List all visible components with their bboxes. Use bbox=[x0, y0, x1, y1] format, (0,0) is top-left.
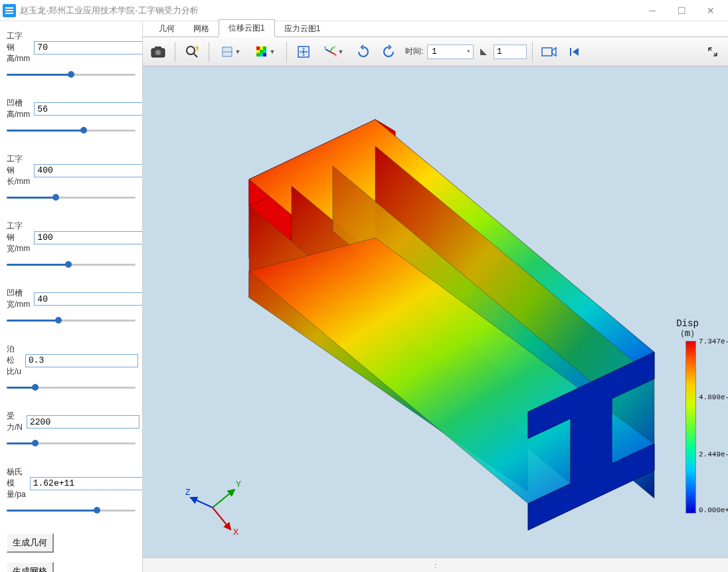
view-tabs: 几何 网格 位移云图1 应力云图1 bbox=[143, 21, 728, 37]
colormap-dropdown[interactable]: ▼ bbox=[249, 41, 281, 63]
color-legend: Disp（m） 7.347e-05 4.898e-05 2.449e-05 0.… bbox=[658, 319, 717, 514]
param-label: 工字钢长/mm bbox=[7, 153, 30, 187]
param-input-force[interactable] bbox=[27, 415, 139, 429]
svg-rect-10 bbox=[256, 50, 260, 53]
window-title: 赵玉龙-郑州工业应用技术学院-工字钢受力分析 bbox=[20, 5, 638, 17]
param-input-youngs[interactable] bbox=[30, 477, 143, 490]
time-label: 时间: bbox=[405, 46, 423, 57]
svg-text:z: z bbox=[324, 45, 326, 49]
param-label: 凹槽高/mm bbox=[7, 98, 30, 120]
param-input-groove-width[interactable] bbox=[34, 292, 147, 306]
svg-text:Z: Z bbox=[185, 488, 190, 497]
param-label: 工字钢高/mm bbox=[7, 31, 30, 64]
app-icon bbox=[3, 4, 16, 17]
param-slider-poisson[interactable] bbox=[7, 383, 136, 392]
param-label: 受力/N bbox=[7, 411, 23, 433]
svg-text:x: x bbox=[335, 53, 337, 57]
param-slider-youngs[interactable] bbox=[7, 506, 136, 515]
param-slider-groove-height[interactable] bbox=[7, 126, 136, 135]
svg-rect-9 bbox=[263, 47, 266, 50]
param-force: 受力/N bbox=[7, 411, 136, 448]
fit-view-button[interactable] bbox=[292, 41, 315, 63]
param-input-groove-height[interactable] bbox=[34, 102, 147, 116]
svg-rect-14 bbox=[260, 53, 263, 56]
beam-render bbox=[176, 80, 681, 545]
svg-point-2 bbox=[155, 50, 161, 55]
param-groove-width: 凹槽宽/mm bbox=[7, 288, 136, 325]
param-input-poisson[interactable] bbox=[25, 354, 138, 367]
time-select[interactable]: 1 bbox=[427, 45, 474, 59]
camera-icon[interactable] bbox=[538, 41, 561, 63]
param-poisson: 泊松比/u bbox=[7, 343, 136, 392]
rotate-ccw-button[interactable] bbox=[352, 41, 375, 63]
clip-dropdown[interactable]: ▼ bbox=[215, 41, 246, 63]
param-label: 凹槽宽/mm bbox=[7, 288, 30, 310]
svg-text:X: X bbox=[233, 527, 238, 537]
close-button[interactable]: ✕ bbox=[696, 1, 725, 21]
first-frame-button[interactable] bbox=[563, 41, 586, 63]
svg-point-3 bbox=[187, 47, 195, 54]
frame-end-icon[interactable] bbox=[476, 41, 491, 63]
param-width: 工字钢宽/mm bbox=[7, 221, 136, 269]
param-input-length[interactable] bbox=[34, 164, 147, 177]
svg-rect-24 bbox=[570, 48, 571, 56]
svg-rect-1 bbox=[155, 47, 161, 49]
viewer-toolbar: ▼ ▼ xyz▼ 时间: 1 bbox=[143, 37, 728, 66]
param-slider-force[interactable] bbox=[7, 438, 136, 448]
param-label: 泊松比/u bbox=[7, 343, 21, 377]
param-input-height[interactable] bbox=[34, 41, 147, 54]
param-slider-groove-width[interactable] bbox=[7, 316, 136, 325]
param-label: 杨氏模量/pa bbox=[7, 466, 26, 500]
svg-line-44 bbox=[191, 498, 213, 508]
param-slider-width[interactable] bbox=[7, 260, 136, 269]
svg-rect-12 bbox=[263, 50, 266, 53]
svg-rect-8 bbox=[260, 47, 263, 50]
param-slider-height[interactable] bbox=[7, 70, 136, 79]
tab-displacement[interactable]: 位移云图1 bbox=[219, 19, 275, 37]
param-height: 工字钢高/mm bbox=[7, 31, 136, 79]
param-youngs: 杨氏模量/pa bbox=[7, 466, 136, 515]
axes-view-dropdown[interactable]: xyz▼ bbox=[318, 41, 349, 63]
tab-stress[interactable]: 应力云图1 bbox=[275, 21, 330, 37]
generate-geometry-button[interactable]: 生成几何 bbox=[7, 533, 54, 553]
svg-line-4 bbox=[194, 54, 197, 57]
titlebar: 赵玉龙-郑州工业应用技术学院-工字钢受力分析 ─ ☐ ✕ bbox=[0, 0, 728, 21]
param-label: 工字钢宽/mm bbox=[7, 221, 30, 254]
rotate-cw-button[interactable] bbox=[377, 41, 400, 63]
orientation-triad: X Y Z bbox=[183, 478, 242, 537]
svg-text:Y: Y bbox=[236, 480, 241, 489]
svg-line-42 bbox=[213, 508, 230, 529]
tab-mesh[interactable]: 网格 bbox=[184, 21, 219, 37]
svg-text:y: y bbox=[333, 45, 335, 48]
param-length: 工字钢长/mm bbox=[7, 153, 136, 202]
svg-line-18 bbox=[330, 47, 333, 52]
parameter-panel: 工字钢高/mm 凹槽高/mm 工字钢长/mm bbox=[0, 21, 142, 572]
svg-rect-11 bbox=[260, 50, 263, 53]
generate-mesh-button[interactable]: 生成网格 bbox=[7, 562, 54, 572]
reset-zoom-button[interactable] bbox=[181, 41, 203, 63]
param-input-width[interactable] bbox=[34, 231, 147, 244]
param-slider-length[interactable] bbox=[7, 193, 136, 202]
svg-rect-13 bbox=[256, 53, 260, 56]
maximize-button[interactable]: ☐ bbox=[667, 1, 696, 21]
svg-rect-23 bbox=[542, 48, 552, 56]
3d-viewport[interactable]: X Y Z Disp（m） 7.347e-05 4.898e-05 2.449e… bbox=[143, 66, 728, 557]
svg-rect-15 bbox=[263, 53, 266, 56]
status-bar: : bbox=[143, 557, 728, 572]
tab-geometry[interactable]: 几何 bbox=[149, 21, 184, 37]
frame-spinner[interactable]: 1 bbox=[494, 45, 527, 59]
svg-line-19 bbox=[325, 49, 330, 52]
param-groove-height: 凹槽高/mm bbox=[7, 98, 136, 135]
expand-icon[interactable] bbox=[701, 41, 724, 63]
svg-rect-7 bbox=[256, 47, 260, 50]
minimize-button[interactable]: ─ bbox=[638, 1, 667, 21]
svg-line-43 bbox=[213, 490, 234, 508]
screenshot-button[interactable] bbox=[147, 41, 169, 63]
